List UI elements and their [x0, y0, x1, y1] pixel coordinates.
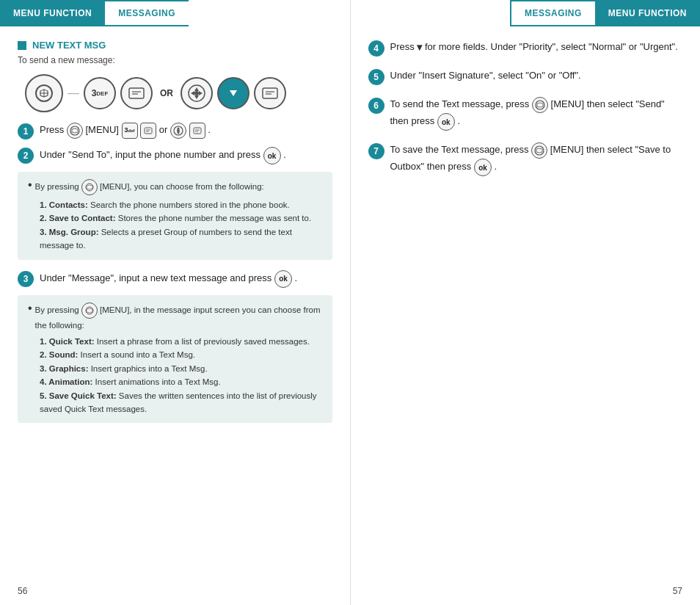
info-1-item-3: 3. Msg. Group: Selects a preset Group of… — [40, 225, 322, 253]
key-3-icon: 3DEF — [84, 77, 116, 109]
svg-point-23 — [177, 129, 180, 132]
right-messaging-label: MESSAGING — [510, 0, 595, 26]
icon-row: — 3DEF OR — [18, 74, 332, 112]
menu-icon-inline — [67, 123, 83, 139]
info-2-item-2: 2. Sound: Insert a sound into a Text Msg… — [40, 348, 322, 361]
subtitle: To send a new message: — [18, 55, 332, 65]
step-5: 5 Under "Insert Signature", select "On" … — [368, 68, 683, 85]
page-number-left: 56 — [18, 586, 27, 596]
step-5-text: Under "Insert Signature", select "On" or… — [390, 68, 683, 83]
info-2-item-1: 1. Quick Text: Insert a phrase from a li… — [40, 335, 322, 348]
bullet-dot-1: • — [28, 179, 32, 191]
menu-icon-s7 — [531, 142, 547, 159]
step-7-num: 7 — [368, 143, 384, 159]
step-6: 6 To send the Text message, press [MENU]… — [368, 97, 683, 131]
key-msg1-icon — [120, 77, 153, 109]
svg-point-11 — [194, 91, 199, 95]
step-6-num: 6 — [368, 98, 384, 114]
step-2-text: Under "Send To", input the phone number … — [40, 147, 332, 164]
step-3: 3 Under "Message", input a new text mess… — [18, 270, 332, 288]
step-4-text: Press ▾ for more fields. Under "Priority… — [390, 40, 683, 55]
step-4: 4 Press ▾ for more fields. Under "Priori… — [368, 40, 683, 57]
info-2-item-4: 4. Animation: Insert animations into a T… — [40, 375, 322, 388]
svg-rect-24 — [194, 128, 201, 134]
svg-marker-12 — [230, 90, 237, 96]
step-4-num: 4 — [368, 40, 384, 57]
step-3-text: Under "Message", input a new text messag… — [40, 270, 332, 288]
page-number-right: 57 — [673, 586, 682, 596]
ok-icon-s7: ok — [474, 159, 492, 176]
phone-menu-icon — [25, 74, 63, 112]
keymsg1-inline — [140, 123, 156, 139]
step-7-text: To save the Text message, press [MENU] t… — [390, 142, 683, 176]
info-2-item-3: 3. Graphics: Insert graphics into a Text… — [40, 362, 322, 375]
step-5-num: 5 — [368, 69, 384, 85]
info-2-item-5: 5. Save Quick Text: Saves the written se… — [40, 389, 322, 416]
ok-icon-s3: ok — [274, 270, 292, 288]
left-menu-function-label: MENU FUNCTION — [0, 0, 105, 26]
nav-inline — [170, 123, 186, 139]
step-7: 7 To save the Text message, press [MENU]… — [368, 142, 683, 176]
step-1-text: Press [MENU] 3def — [40, 123, 332, 139]
step-1-num: 1 — [18, 123, 34, 140]
right-menu-function-label: MENU FUNCTION — [595, 0, 700, 26]
svg-point-28 — [86, 307, 93, 314]
info-box-2-intro: By pressing [MENU], in the message input… — [35, 302, 322, 332]
svg-rect-17 — [145, 128, 152, 134]
keymsg2-inline — [189, 123, 205, 139]
step-3-num: 3 — [18, 271, 34, 287]
bullet-dot-2: • — [28, 302, 32, 314]
key-msg2-icon — [254, 77, 286, 109]
step-2: 2 Under "Send To", input the phone numbe… — [18, 147, 332, 164]
menu-icon-ib2 — [81, 302, 98, 319]
menu-icon-ib1 — [81, 179, 98, 195]
nav-icon — [181, 77, 213, 109]
menu-icon-s6 — [532, 97, 548, 113]
svg-point-27 — [86, 184, 93, 191]
step-2-num: 2 — [18, 148, 34, 164]
ok-icon-s6: ok — [437, 113, 455, 131]
info-box-2: • By pressing [MENU], in the message inp… — [18, 295, 332, 424]
info-1-item-1: 1. Contacts: Search the phone numbers st… — [40, 198, 322, 211]
section-title: NEW TEXT MSG — [18, 40, 332, 51]
arrow-down-icon — [217, 77, 249, 109]
svg-rect-13 — [263, 88, 277, 98]
step-1: 1 Press [MENU] 3def — [18, 123, 332, 140]
or-label: OR — [160, 88, 173, 98]
info-1-item-2: 2. Save to Contact: Stores the phone num… — [40, 211, 322, 225]
info-box-1: • By pressing [MENU], you can choose fro… — [18, 172, 332, 260]
step-6-text: To send the Text message, press [MENU] t… — [390, 97, 683, 131]
svg-rect-3 — [129, 88, 144, 98]
ok-icon-s2: ok — [263, 147, 281, 164]
info-box-1-intro: By pressing [MENU], you can choose from … — [35, 179, 264, 195]
key3-inline: 3def — [122, 123, 138, 139]
left-messaging-label: MESSAGING — [105, 0, 189, 26]
section-title-icon — [18, 41, 26, 50]
